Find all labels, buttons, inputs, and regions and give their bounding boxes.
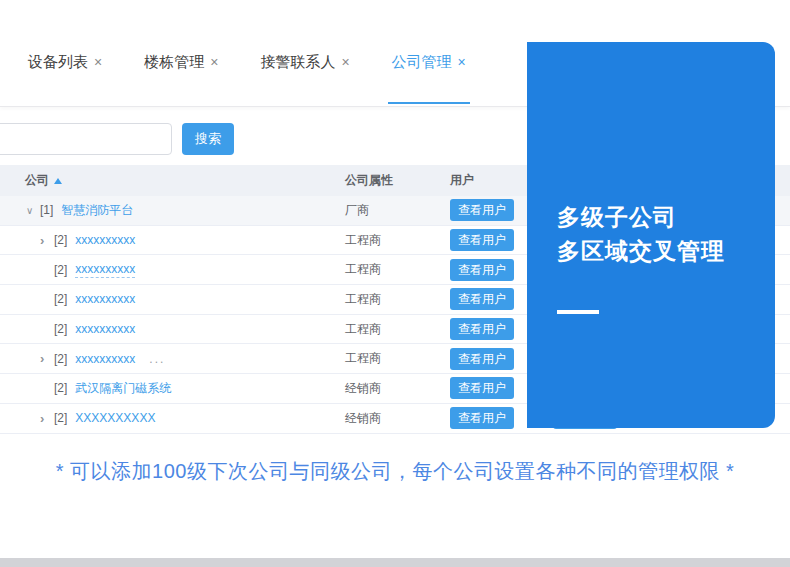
company-level-tag: [2] xyxy=(54,233,67,247)
company-name-link[interactable]: 武汉隔离门磁系统 xyxy=(75,380,171,397)
view-users-button[interactable]: 查看用户 xyxy=(450,407,514,429)
company-level-tag: [2] xyxy=(54,381,67,395)
ellipsis-text: ... xyxy=(149,352,165,366)
sort-ascending-icon[interactable] xyxy=(54,178,62,184)
feature-panel-title-line2: 多区域交叉管理 xyxy=(557,234,775,268)
search-input[interactable] xyxy=(0,123,172,155)
view-users-button[interactable]: 查看用户 xyxy=(450,199,514,221)
company-level-tag: [2] xyxy=(54,352,67,366)
company-attribute: 工程商 xyxy=(345,261,450,278)
company-attribute: 经销商 xyxy=(345,380,450,397)
company-level-tag: [2] xyxy=(54,292,67,306)
tab-label: 楼栋管理 xyxy=(144,53,204,70)
feature-panel-title-line1: 多级子公司 xyxy=(557,200,775,234)
view-users-button[interactable]: 查看用户 xyxy=(450,377,514,399)
close-icon[interactable]: × xyxy=(458,54,466,70)
company-attribute: 工程商 xyxy=(345,232,450,249)
view-users-button[interactable]: 查看用户 xyxy=(450,259,514,281)
column-header-attribute: 公司属性 xyxy=(345,172,450,189)
tab-label: 设备列表 xyxy=(28,53,88,70)
company-name-link[interactable]: xxxxxxxxxx xyxy=(75,322,135,336)
company-level-tag: [2] xyxy=(54,263,67,277)
column-header-company[interactable]: 公司 xyxy=(0,172,345,189)
tab-device-list[interactable]: 设备列表× xyxy=(28,53,102,106)
feature-panel: 多级子公司 多区域交叉管理 xyxy=(527,42,775,428)
company-attribute: 工程商 xyxy=(345,291,450,308)
company-name-link[interactable]: xxxxxxxxxx xyxy=(75,352,135,366)
view-users-button[interactable]: 查看用户 xyxy=(450,288,514,310)
tab-alarm-contacts[interactable]: 接警联系人× xyxy=(260,53,349,106)
view-users-button[interactable]: 查看用户 xyxy=(450,348,514,370)
company-level-tag: [2] xyxy=(54,322,67,336)
company-attribute: 厂商 xyxy=(345,202,450,219)
company-level-tag: [2] xyxy=(54,411,67,425)
view-users-button[interactable]: 查看用户 xyxy=(450,229,514,251)
tab-label: 公司管理 xyxy=(392,53,452,70)
company-name-link[interactable]: 智慧消防平台 xyxy=(61,202,133,219)
expand-icon[interactable] xyxy=(40,351,54,366)
close-icon[interactable]: × xyxy=(341,54,349,70)
collapse-icon[interactable] xyxy=(26,205,40,216)
company-name-link[interactable]: xxxxxxxxxx xyxy=(75,262,135,278)
tab-company-management[interactable]: 公司管理× xyxy=(392,53,466,106)
close-icon[interactable]: × xyxy=(210,54,218,70)
tab-label: 接警联系人 xyxy=(260,53,335,70)
search-button[interactable]: 搜索 xyxy=(182,123,234,155)
expand-icon[interactable] xyxy=(40,411,54,426)
close-icon[interactable]: × xyxy=(94,54,102,70)
tab-building-management[interactable]: 楼栋管理× xyxy=(144,53,218,106)
dash-decoration xyxy=(557,310,599,314)
company-name-link[interactable]: XXXXXXXXXX xyxy=(75,411,155,425)
company-attribute: 工程商 xyxy=(345,350,450,367)
company-level-tag: [1] xyxy=(40,203,53,217)
bottom-bar xyxy=(0,558,790,567)
company-name-link[interactable]: xxxxxxxxxx xyxy=(75,233,135,247)
company-attribute: 经销商 xyxy=(345,410,450,427)
page: 设备列表× 楼栋管理× 接警联系人× 公司管理× 搜索 公司 公司属性 用户 角… xyxy=(0,0,790,567)
view-users-button[interactable]: 查看用户 xyxy=(450,318,514,340)
company-attribute: 工程商 xyxy=(345,321,450,338)
company-name-link[interactable]: xxxxxxxxxx xyxy=(75,292,135,306)
expand-icon[interactable] xyxy=(40,233,54,248)
footnote-caption: * 可以添加100级下次公司与同级公司，每个公司设置各种不同的管理权限 * xyxy=(0,458,790,485)
